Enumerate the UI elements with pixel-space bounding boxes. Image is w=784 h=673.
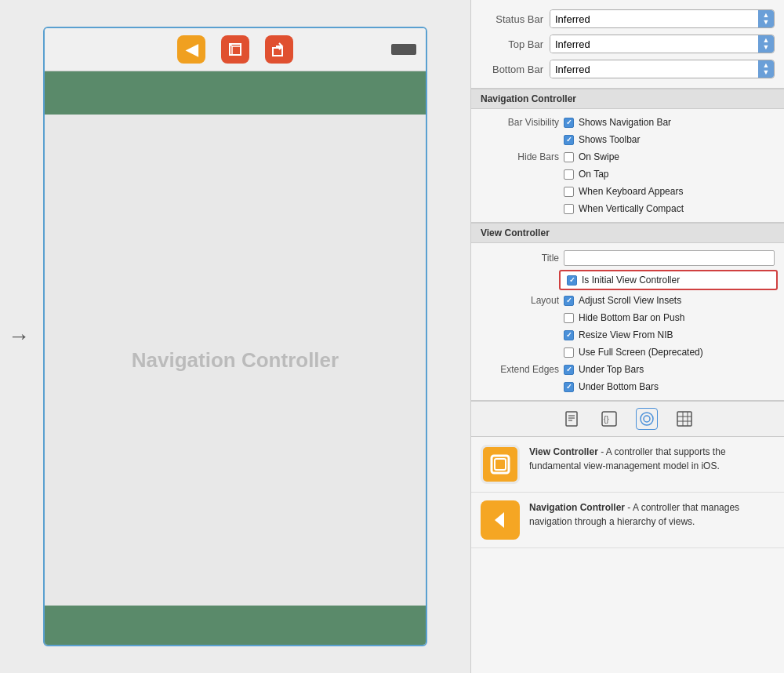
- top-bar-value: Inferred: [550, 35, 759, 53]
- nav-controller-section-header: Navigation Controller: [471, 89, 784, 109]
- is-initial-label: Is Initial View Controller: [582, 275, 680, 286]
- title-row: Title: [471, 248, 784, 268]
- shows-toolbar-label: Shows Toolbar: [579, 134, 641, 145]
- view-controller-props: Title Is Initial View Controller Layout …: [471, 243, 784, 401]
- svg-point-14: [641, 413, 653, 425]
- title-label: Title: [481, 253, 559, 264]
- svg-point-15: [644, 416, 650, 422]
- resize-nib-label: Resize View From NIB: [579, 329, 673, 340]
- view-controller-info-title: View Controller: [529, 446, 598, 457]
- phone-top-bar: ◀: [45, 28, 426, 71]
- shows-nav-bar-label: Shows Navigation Bar: [579, 117, 671, 128]
- status-bar-label: Status Bar: [481, 13, 543, 25]
- adjust-scroll-row: Layout Adjust Scroll View Insets: [471, 292, 784, 309]
- on-tap-checkbox[interactable]: [564, 169, 574, 180]
- svg-text:{}: {}: [604, 415, 609, 424]
- phone-bottom-bar: [45, 606, 426, 645]
- layout-label: Layout: [481, 295, 559, 306]
- view-controller-info-icon: [481, 445, 520, 484]
- under-bottom-bars-row: Under Bottom Bars: [471, 378, 784, 395]
- hide-bottom-bar-label: Hide Bottom Bar on Push: [579, 312, 684, 323]
- vertically-compact-row: When Vertically Compact: [471, 200, 784, 217]
- svg-rect-16: [677, 412, 691, 426]
- svg-rect-8: [566, 412, 577, 426]
- under-bottom-bars-checkbox[interactable]: [564, 382, 574, 392]
- svg-rect-6: [273, 48, 282, 56]
- resize-nib-checkbox[interactable]: [564, 330, 574, 340]
- vertically-compact-checkbox[interactable]: [564, 204, 574, 214]
- top-bar-arrows[interactable]: ▲▼: [758, 35, 774, 53]
- dropdown-section: Status Bar Inferred ▲▼ Top Bar Inferred …: [471, 0, 784, 89]
- code-tab[interactable]: {}: [598, 408, 620, 430]
- bottom-bar-row: Bottom Bar Inferred ▲▼: [471, 56, 784, 82]
- shows-toolbar-checkbox[interactable]: [564, 135, 574, 145]
- top-bar-label: Top Bar: [481, 38, 543, 50]
- nav-controller-props: Bar Visibility Shows Navigation Bar Show…: [471, 109, 784, 223]
- adjust-scroll-checkbox[interactable]: [564, 296, 574, 306]
- on-swipe-label: On Swipe: [579, 151, 619, 162]
- svg-marker-23: [495, 512, 504, 528]
- hide-bars-label: Hide Bars: [481, 151, 559, 162]
- left-panel: → ◀: [0, 0, 470, 673]
- nav-controller-label: Navigation Controller: [132, 348, 339, 373]
- extend-edges-label: Extend Edges: [481, 364, 559, 375]
- status-bar-value: Inferred: [550, 10, 759, 27]
- is-initial-checkbox[interactable]: [567, 275, 577, 286]
- cube-icon: [221, 35, 249, 64]
- back-button-icon[interactable]: ◀: [177, 35, 205, 64]
- phone-frame: ◀: [43, 27, 427, 646]
- title-input[interactable]: [564, 250, 775, 266]
- phone-content: Navigation Controller: [45, 115, 426, 606]
- top-bar-dropdown[interactable]: Inferred ▲▼: [550, 35, 775, 53]
- adjust-scroll-label: Adjust Scroll View Insets: [579, 295, 681, 306]
- under-top-bars-label: Under Top Bars: [579, 364, 644, 375]
- hide-bottom-bar-checkbox[interactable]: [564, 313, 574, 323]
- keyboard-appears-row: When Keyboard Appears: [471, 183, 784, 200]
- initial-view-arrow: →: [8, 324, 30, 349]
- nav-controller-info-text: Navigation Controller - A controller tha…: [529, 500, 775, 529]
- svg-rect-22: [495, 459, 506, 470]
- nav-controller-info-title: Navigation Controller: [529, 502, 625, 513]
- view-controller-info-card: View Controller - A controller that supp…: [471, 437, 784, 493]
- status-bar-arrows[interactable]: ▲▼: [758, 10, 774, 27]
- vertically-compact-label: When Vertically Compact: [579, 203, 684, 214]
- on-tap-label: On Tap: [579, 169, 608, 180]
- nav-controller-info-card: Navigation Controller - A controller tha…: [471, 493, 784, 548]
- shows-nav-bar-checkbox[interactable]: [564, 118, 574, 128]
- bottom-tabs: {}: [471, 401, 784, 437]
- resize-nib-row: Resize View From NIB: [471, 326, 784, 344]
- view-controller-section-header: View Controller: [471, 223, 784, 243]
- under-bottom-bars-label: Under Bottom Bars: [579, 381, 659, 392]
- shows-nav-bar-row: Bar Visibility Shows Navigation Bar: [471, 114, 784, 131]
- bottom-bar-dropdown[interactable]: Inferred ▲▼: [550, 60, 775, 78]
- keyboard-appears-checkbox[interactable]: [564, 187, 574, 197]
- full-screen-label: Use Full Screen (Deprecated): [579, 347, 703, 358]
- keyboard-appears-label: When Keyboard Appears: [579, 186, 683, 197]
- on-swipe-checkbox[interactable]: [564, 152, 574, 162]
- nav-controller-info-icon: [481, 500, 520, 540]
- circle-tab[interactable]: [636, 408, 658, 430]
- status-bar-row: Status Bar Inferred ▲▼: [471, 6, 784, 31]
- battery-indicator: [391, 44, 416, 55]
- bottom-bar-arrows[interactable]: ▲▼: [758, 60, 774, 78]
- hide-bottom-bar-row: Hide Bottom Bar on Push: [471, 309, 784, 326]
- on-swipe-row: Hide Bars On Swipe: [471, 148, 784, 166]
- bottom-bar-value: Inferred: [550, 60, 759, 78]
- is-initial-highlighted-row: Is Initial View Controller: [559, 270, 778, 290]
- under-top-bars-checkbox[interactable]: [564, 365, 574, 375]
- bottom-bar-label: Bottom Bar: [481, 64, 543, 75]
- navigation-bar: [45, 71, 426, 115]
- svg-rect-1: [232, 46, 241, 55]
- right-panel: Status Bar Inferred ▲▼ Top Bar Inferred …: [470, 0, 784, 673]
- export-icon: [265, 35, 293, 64]
- full-screen-checkbox[interactable]: [564, 347, 574, 358]
- under-top-bars-row: Extend Edges Under Top Bars: [471, 361, 784, 378]
- bar-visibility-label: Bar Visibility: [481, 117, 559, 128]
- full-screen-row: Use Full Screen (Deprecated): [471, 344, 784, 361]
- document-tab[interactable]: [561, 408, 583, 430]
- status-bar-dropdown[interactable]: Inferred ▲▼: [550, 9, 775, 28]
- shows-toolbar-row: Shows Toolbar: [471, 131, 784, 148]
- on-tap-row: On Tap: [471, 166, 784, 183]
- grid-tab[interactable]: [673, 408, 695, 430]
- top-bar-row: Top Bar Inferred ▲▼: [471, 31, 784, 56]
